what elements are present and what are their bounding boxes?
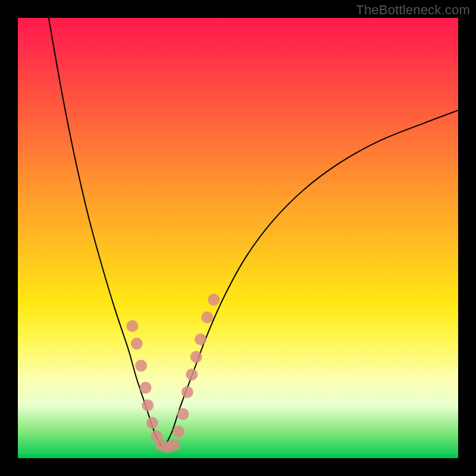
highlighted-point — [173, 426, 184, 438]
watermark-text: TheBottleneck.com — [356, 2, 470, 18]
highlighted-point — [142, 399, 154, 411]
highlighted-point — [168, 439, 180, 451]
highlighted-point — [126, 320, 138, 332]
highlighted-point — [140, 382, 152, 394]
highlighted-point — [177, 408, 189, 420]
highlighted-point — [190, 351, 202, 363]
plot-area — [18, 18, 458, 458]
curve-right-branch — [163, 110, 458, 449]
chart-stage: TheBottleneck.com — [0, 0, 476, 476]
bottom-green-edge — [18, 455, 458, 458]
highlighted-point — [181, 386, 193, 398]
highlighted-point — [195, 333, 206, 345]
highlighted-point — [131, 338, 143, 350]
highlighted-point — [208, 294, 220, 306]
highlighted-point — [201, 311, 213, 323]
highlighted-point — [186, 368, 198, 380]
highlighted-point — [135, 360, 147, 372]
highlighted-point — [146, 417, 158, 429]
plot-svg — [18, 18, 458, 458]
